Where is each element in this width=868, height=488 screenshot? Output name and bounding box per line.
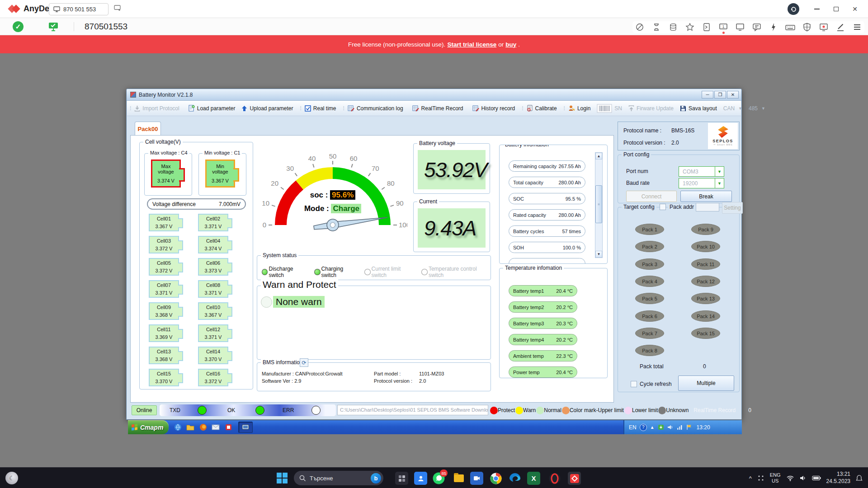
setting-button[interactable]: Setting (722, 202, 743, 214)
pack-6-button[interactable]: Pack 6 (635, 310, 664, 322)
window-maximize-button[interactable] (829, 3, 843, 15)
buy-link[interactable]: buy (505, 41, 516, 48)
pack-13-button[interactable]: Pack 13 (691, 293, 720, 304)
weather-widget-icon[interactable]: ☾ (5, 472, 18, 484)
flag-icon[interactable] (686, 424, 693, 430)
start-button[interactable] (277, 473, 288, 483)
window-minimize-button[interactable] (810, 3, 824, 15)
opera-icon[interactable] (548, 472, 561, 485)
file-manager-icon[interactable] (668, 22, 679, 33)
discharge-switch[interactable]: Discharge switch (262, 266, 308, 278)
battery-icon[interactable] (812, 475, 821, 481)
import-protocol-button[interactable]: Import Protocol (131, 102, 182, 115)
help-icon[interactable]: ? (640, 424, 647, 431)
remote-lang-indicator[interactable]: EN (629, 424, 637, 431)
favorites-icon[interactable] (684, 22, 695, 33)
multiple-button[interactable]: Multiple (678, 375, 734, 391)
pack-addr-checkbox[interactable] (660, 204, 666, 210)
battery-monitor-taskbar-button[interactable] (238, 422, 253, 433)
remote-start-button[interactable]: Старт (128, 420, 169, 434)
anydesk-taskbar-icon[interactable] (568, 472, 581, 485)
browser-quicklaunch-icon[interactable] (173, 422, 182, 432)
actions-icon[interactable] (768, 22, 779, 33)
bms-titlebar[interactable]: Battery Monitor V2.1.8 ─ ❐ ✕ (127, 89, 741, 101)
pack-2-button[interactable]: Pack 2 (635, 241, 664, 252)
port-num-dropdown[interactable]: COM3 ▼ (679, 166, 724, 177)
tray-chevron[interactable]: ^ (749, 475, 752, 482)
current-limit-switch[interactable]: Current limit switch (364, 266, 415, 278)
remote-monitor-icon[interactable] (48, 22, 59, 33)
taskbar-search[interactable]: Търсене b (294, 471, 383, 485)
calibrate-button[interactable]: Calibrate (524, 102, 560, 115)
scroll-thumb[interactable]: ≡ (595, 185, 602, 223)
communication-log-button[interactable]: Communication log (344, 102, 406, 115)
bms-restore-button[interactable]: ❐ (714, 91, 726, 99)
history-record-button[interactable]: History record (469, 102, 519, 115)
pack-15-button[interactable]: Pack 15 (691, 328, 720, 339)
app-quicklaunch-icon[interactable] (224, 422, 233, 432)
network-icon[interactable] (677, 424, 683, 430)
break-button[interactable]: Break (680, 191, 732, 202)
window-close-button[interactable]: ✕ (848, 3, 862, 15)
battery-info-scrollbar[interactable]: ▲ ≡ ▼ (595, 152, 603, 258)
real-time-button[interactable]: Real time (302, 102, 340, 115)
invite-icon[interactable] (701, 22, 712, 33)
pack-addr-input[interactable] (696, 203, 719, 211)
notification-bell-icon[interactable] (856, 474, 863, 482)
pack-11-button[interactable]: Pack 11 (691, 258, 720, 270)
sn-button[interactable]: SN (594, 102, 625, 115)
monitor-session-icon[interactable]: 1 (718, 22, 729, 33)
pack-7-button[interactable]: Pack 7 (635, 328, 664, 339)
pack-1-button[interactable]: Pack 1 (635, 224, 664, 235)
upload-parameter-button[interactable]: Upload parameter (238, 102, 296, 115)
mail-quicklaunch-icon[interactable] (211, 422, 220, 432)
display-icon[interactable] (735, 22, 745, 33)
menu-icon[interactable] (852, 22, 863, 33)
file-explorer-icon[interactable] (452, 472, 465, 485)
edge-icon[interactable] (508, 472, 521, 485)
cycle-refresh-checkbox[interactable] (631, 381, 637, 387)
people-icon[interactable] (414, 472, 427, 485)
wifi-icon[interactable] (786, 475, 794, 481)
volume-icon[interactable] (800, 475, 807, 481)
chat-icon[interactable] (751, 22, 762, 33)
excel-icon[interactable]: X (527, 472, 540, 485)
updates-icon[interactable] (658, 424, 664, 430)
scroll-up-icon[interactable]: ▲ (595, 153, 602, 160)
rs485-dropdown[interactable]: 485▼ (745, 102, 769, 115)
teams-icon[interactable] (470, 472, 483, 485)
pack-4-button[interactable]: Pack 4 (635, 276, 664, 287)
host-clock[interactable]: 13:21 24.5.2023 (826, 471, 850, 485)
whiteboard-icon[interactable] (835, 22, 846, 33)
pack-8-button[interactable]: Pack 8 (635, 345, 664, 356)
pack-3-button[interactable]: Pack 3 (635, 258, 664, 270)
scroll-down-icon[interactable]: ▼ (595, 251, 602, 258)
realtime-record-button[interactable]: RealTime Record (409, 102, 467, 115)
hidden-icons-chevron[interactable]: ▲ (650, 425, 655, 430)
whatsapp-icon[interactable]: 85 (432, 472, 445, 485)
firmware-update-button[interactable]: Firware Update (625, 102, 677, 115)
session-indicator-icon[interactable] (788, 3, 799, 15)
input-grid-icon[interactable] (757, 474, 764, 482)
save-layout-button[interactable]: Sava layout (677, 102, 720, 115)
pack-9-button[interactable]: Pack 9 (691, 224, 720, 235)
load-parameter-button[interactable]: Load parameter (185, 102, 239, 115)
hourglass-icon[interactable] (651, 22, 662, 33)
temperature-control-switch[interactable]: Temperature control switch (421, 266, 491, 278)
folder-quicklaunch-icon[interactable] (186, 422, 195, 432)
pack-14-button[interactable]: Pack 14 (691, 310, 720, 322)
chrome-icon[interactable] (489, 472, 502, 485)
pack-5-button[interactable]: Pack 5 (635, 293, 664, 304)
connect-button[interactable]: Connect (626, 191, 677, 202)
language-indicator[interactable]: ENG US (770, 472, 781, 484)
pack-10-button[interactable]: Pack 10 (691, 241, 720, 252)
permissions-icon[interactable] (802, 22, 812, 33)
login-button[interactable]: Login (565, 102, 594, 115)
widgets-icon[interactable] (395, 472, 408, 485)
bms-close-button[interactable]: ✕ (727, 91, 739, 99)
session-tab[interactable]: 870 501 553 (49, 3, 108, 15)
record-icon[interactable] (818, 22, 829, 33)
keyboard-icon[interactable] (785, 22, 796, 33)
chevron-down-icon[interactable]: ▼ (715, 178, 724, 188)
can-dropdown[interactable]: CAN▼ (720, 102, 745, 115)
